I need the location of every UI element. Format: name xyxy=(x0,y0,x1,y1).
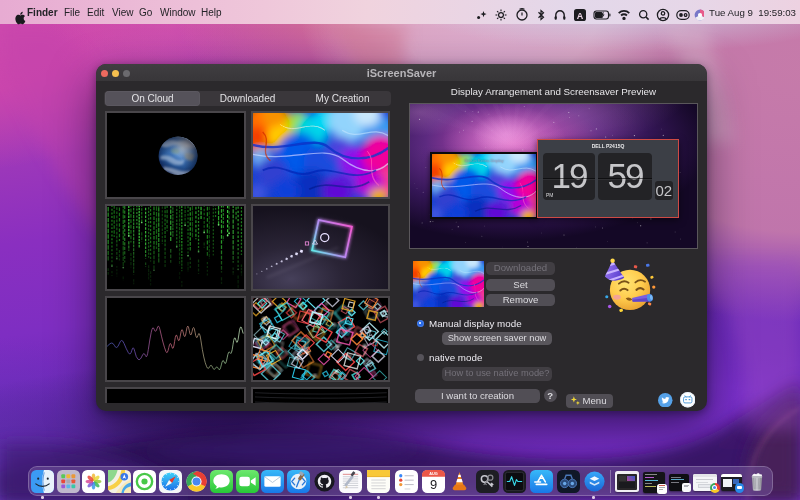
svg-text:9: 9 xyxy=(429,477,436,492)
svg-text:A: A xyxy=(577,11,584,21)
